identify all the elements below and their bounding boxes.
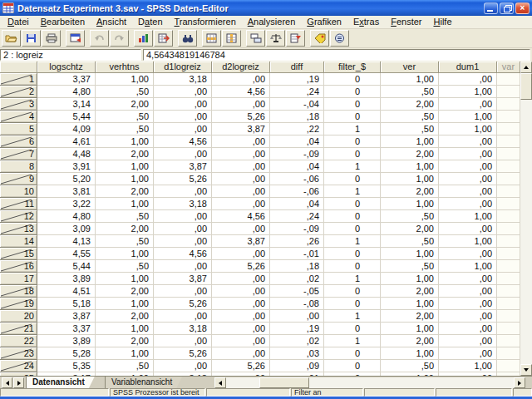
cell[interactable]: ,00 — [154, 360, 212, 372]
menu-fenster[interactable]: Fenster — [385, 16, 427, 28]
cell[interactable]: ,50 — [96, 260, 154, 273]
cell[interactable]: 0 — [324, 198, 381, 210]
cell[interactable]: 2,00 — [381, 223, 439, 235]
cell[interactable]: 2,00 — [381, 148, 439, 160]
cell[interactable]: 1,00 — [439, 210, 497, 223]
scroll-left-button[interactable] — [214, 377, 226, 388]
cell[interactable]: -,06 — [270, 173, 324, 185]
dialog-recall-button[interactable] — [66, 30, 85, 47]
cell[interactable]: ,00 — [212, 323, 270, 335]
cell[interactable]: ,00 — [439, 198, 497, 210]
cell-var-empty[interactable] — [497, 160, 520, 173]
row-header-cell[interactable]: 7 — [0, 148, 37, 160]
cell[interactable]: ,00 — [212, 98, 270, 111]
cell[interactable]: 2,00 — [381, 310, 439, 323]
cell[interactable]: 1,00 — [96, 135, 154, 148]
save-file-button[interactable] — [22, 30, 41, 47]
row-header-cell[interactable]: 5 — [0, 123, 37, 135]
cell[interactable]: ,00 — [439, 323, 497, 335]
cell[interactable]: ,50 — [96, 111, 154, 123]
cell[interactable]: 0 — [324, 173, 381, 185]
cell[interactable]: 1 — [324, 235, 381, 248]
cell[interactable]: 5,26 — [154, 347, 212, 360]
cell[interactable]: ,00 — [270, 310, 324, 323]
cell[interactable]: ,00 — [439, 135, 497, 148]
cell[interactable]: 3,18 — [154, 198, 212, 210]
cell[interactable]: 1,00 — [439, 360, 497, 372]
cell[interactable]: -,08 — [270, 298, 324, 310]
cell[interactable]: 4,80 — [37, 210, 96, 223]
cell[interactable]: ,19 — [270, 73, 324, 86]
use-variable-sets-button[interactable] — [330, 30, 349, 47]
row-header-cell[interactable]: 13 — [0, 223, 37, 235]
cell[interactable]: 0 — [324, 210, 381, 223]
cell-var-empty[interactable] — [497, 285, 520, 298]
column-header-var[interactable]: var — [497, 62, 520, 73]
cell[interactable]: 4,51 — [37, 285, 96, 298]
row-header-cell[interactable]: 23 — [0, 347, 37, 360]
cell-var-empty[interactable] — [497, 273, 520, 285]
horizontal-scroll-thumb[interactable] — [259, 377, 309, 388]
cell[interactable]: 0 — [324, 86, 381, 98]
cell[interactable]: ,50 — [96, 210, 154, 223]
cell[interactable]: 4,61 — [37, 135, 96, 148]
cell[interactable]: ,04 — [270, 198, 324, 210]
row-header-cell[interactable]: 11 — [0, 198, 37, 210]
select-cases-button[interactable] — [286, 30, 305, 47]
cell[interactable]: ,50 — [96, 235, 154, 248]
row-header-cell[interactable]: 10 — [0, 185, 37, 198]
menu-hilfe[interactable]: Hilfe — [427, 16, 457, 28]
cell[interactable]: ,00 — [212, 148, 270, 160]
row-header-cell[interactable]: 18 — [0, 285, 37, 298]
cell[interactable]: ,18 — [270, 260, 324, 273]
cell[interactable]: ,02 — [270, 273, 324, 285]
cell[interactable]: ,00 — [439, 148, 497, 160]
cell[interactable]: 0 — [324, 135, 381, 148]
column-header-ver[interactable]: ver — [381, 62, 439, 73]
cell[interactable]: -,01 — [270, 248, 324, 260]
cell[interactable]: ,00 — [439, 98, 497, 111]
cell[interactable]: -,05 — [270, 285, 324, 298]
cell[interactable]: 3,91 — [37, 160, 96, 173]
cell[interactable]: 2,00 — [96, 98, 154, 111]
cell[interactable]: 4,09 — [37, 123, 96, 135]
cell[interactable]: ,00 — [439, 185, 497, 198]
insert-variable-button[interactable] — [222, 30, 241, 47]
row-header-cell[interactable]: 6 — [0, 135, 37, 148]
cell[interactable]: 2,00 — [96, 285, 154, 298]
menu-datei[interactable]: Datei — [2, 16, 35, 28]
cell[interactable]: ,00 — [212, 73, 270, 86]
cell-var-empty[interactable] — [497, 310, 520, 323]
cell-var-empty[interactable] — [497, 123, 520, 135]
cell[interactable]: ,00 — [154, 310, 212, 323]
menu-transformieren[interactable]: Transformieren — [169, 16, 242, 28]
cell[interactable]: 0 — [324, 73, 381, 86]
cell[interactable]: 5,26 — [212, 260, 270, 273]
cell[interactable]: 2,00 — [96, 223, 154, 235]
row-header-cell[interactable]: 12 — [0, 210, 37, 223]
cell[interactable]: ,00 — [154, 148, 212, 160]
cell[interactable]: 0 — [324, 323, 381, 335]
cell[interactable]: ,50 — [381, 86, 439, 98]
cell[interactable]: 2,00 — [381, 285, 439, 298]
cell[interactable]: 3,87 — [37, 310, 96, 323]
cell[interactable]: 3,22 — [37, 198, 96, 210]
cell[interactable]: ,22 — [270, 123, 324, 135]
cell-value-editor[interactable]: 4,56434819146784 — [143, 49, 530, 61]
cell[interactable]: ,00 — [439, 248, 497, 260]
cell[interactable]: 1 — [324, 123, 381, 135]
tab-variablenansicht[interactable]: Variablenansicht — [105, 377, 182, 388]
cell[interactable]: 4,56 — [154, 248, 212, 260]
horizontal-scrollbar[interactable] — [214, 377, 525, 388]
cell[interactable]: ,00 — [212, 185, 270, 198]
row-header-cell[interactable]: 1 — [0, 73, 37, 86]
row-header-cell[interactable]: 21 — [0, 323, 37, 335]
cell[interactable]: ,00 — [212, 273, 270, 285]
cell[interactable]: 5,26 — [212, 360, 270, 372]
cell[interactable]: 3,37 — [37, 73, 96, 86]
cell[interactable]: ,00 — [154, 123, 212, 135]
goto-case-button[interactable] — [154, 30, 173, 47]
cell[interactable]: 0 — [324, 148, 381, 160]
cell[interactable]: ,00 — [212, 310, 270, 323]
cell[interactable]: 5,26 — [212, 111, 270, 123]
